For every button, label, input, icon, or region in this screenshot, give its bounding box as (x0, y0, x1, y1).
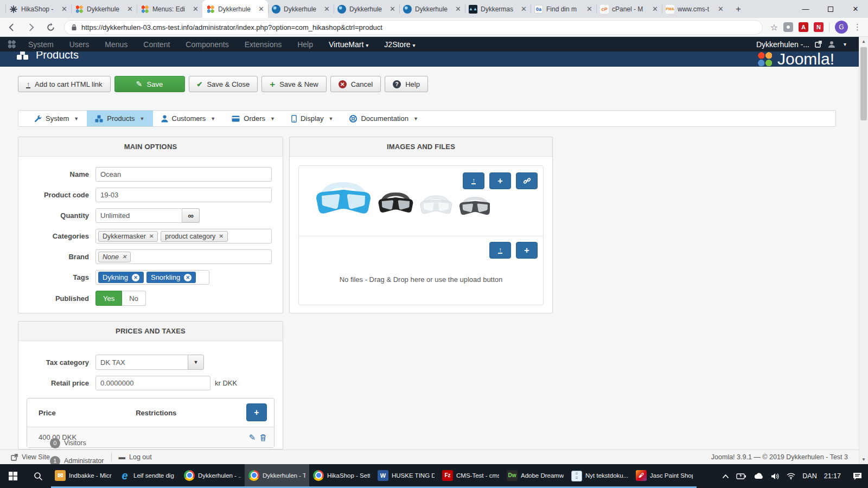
external-link-icon[interactable] (815, 41, 822, 48)
tab-close-icon[interactable]: ✕ (258, 5, 264, 12)
taskbar-app[interactable]: WHUSKE TING DY... (374, 464, 438, 488)
minimize-button[interactable]: — (793, 0, 818, 18)
tab-close-icon[interactable]: ✕ (127, 5, 133, 12)
tax-category-select[interactable]: DK TAX ▼ (95, 355, 204, 370)
maximize-button[interactable] (818, 0, 843, 18)
browser-tab[interactable]: Dykkerhule✕ (202, 0, 268, 18)
add-to-cart-html-link-button[interactable]: ↑Add to cart HTML link (18, 76, 111, 92)
save-button[interactable]: ✎Save (114, 76, 185, 92)
delete-price-icon[interactable] (260, 434, 266, 441)
scrollbar-thumb[interactable] (860, 47, 867, 120)
taskbar-app[interactable]: FzCMS-Test - cms... (438, 464, 503, 488)
edit-price-icon[interactable]: ✎ (248, 433, 256, 442)
scroll-up-arrow[interactable]: ▲ (859, 37, 868, 46)
browser-tab[interactable]: Dykkerhule✕ (71, 0, 137, 18)
name-input[interactable] (95, 167, 272, 182)
quantity-input[interactable] (95, 208, 182, 223)
admin-menu-extensions[interactable]: Extensions (245, 40, 282, 49)
save-close-button[interactable]: ✔Save & Close (189, 76, 258, 92)
image-link-button[interactable] (516, 172, 538, 189)
user-menu-caret-icon[interactable]: ▾ (844, 41, 846, 47)
view-site-link[interactable]: View Site (11, 453, 50, 461)
onenote-extension-icon[interactable]: N (814, 22, 824, 32)
published-no-button[interactable]: No (122, 291, 146, 306)
new-tab-button[interactable]: + (731, 2, 746, 17)
keyboard-language[interactable]: DAN (802, 472, 816, 480)
browser-tab[interactable]: 0aFind din m✕ (531, 0, 596, 18)
remove-category-icon[interactable]: ✕ (149, 233, 154, 239)
help-button[interactable]: ?Help (385, 76, 428, 92)
admin-menu-system[interactable]: System (28, 40, 54, 49)
admin-menu-j2store[interactable]: J2Store▾ (384, 40, 415, 49)
remove-category-icon[interactable]: ✕ (219, 233, 223, 239)
media-dropzone[interactable]: ↑ + ↑ + No files - Drag & Drop here or u… (298, 165, 544, 305)
close-window-button[interactable]: ✕ (843, 0, 868, 18)
image-upload-button[interactable]: ↑ (463, 172, 484, 189)
browser-tab[interactable]: Menus: Edi✕ (137, 0, 202, 18)
taskbar-app[interactable]: HikaShop - Sett... (309, 464, 374, 488)
browser-tab[interactable]: Dykkerhule✕ (334, 0, 399, 18)
volume-icon[interactable] (771, 473, 780, 480)
browser-tab[interactable]: Dykkerhule✕ (268, 0, 334, 18)
onedrive-cloud-icon[interactable] (754, 473, 764, 479)
admin-menu-virtuemart[interactable]: VirtueMart▾ (329, 40, 368, 49)
hikashop-menu-orders[interactable]: Orders▼ (224, 111, 283, 126)
status-visitors[interactable]: 0Visitors (50, 438, 104, 448)
product-code-input[interactable] (95, 188, 272, 202)
admin-menu-menus[interactable]: Menus (105, 40, 127, 49)
brand-field[interactable]: None✕ (95, 249, 272, 264)
select-caret-icon[interactable]: ▼ (188, 355, 204, 370)
clock[interactable]: 21:17 (824, 472, 841, 480)
forward-button[interactable] (23, 19, 39, 35)
taskbar-app[interactable]: DwAdobe Dreamw... (503, 464, 567, 488)
admin-menu-help[interactable]: Help (297, 40, 313, 49)
browser-tab[interactable]: cPcPanel - M✕ (596, 0, 662, 18)
wifi-icon[interactable] (787, 473, 795, 479)
taskbar-app[interactable]: Dykkerhulen - T... (245, 464, 309, 488)
log-out-link[interactable]: ▬ Log out (119, 453, 152, 461)
taskbar-app[interactable]: ✉Indbakke - Micr... (51, 464, 116, 488)
scroll-down-arrow[interactable]: ▼ (859, 455, 868, 464)
tab-close-icon[interactable]: ✕ (718, 5, 724, 12)
reload-button[interactable] (42, 19, 59, 35)
browser-tab[interactable]: ▲▲Dykkermas✕ (465, 0, 531, 18)
browser-tab[interactable]: HikaShop -✕ (5, 0, 71, 18)
site-name-link[interactable]: Dykkerhulen -... (756, 40, 809, 49)
save-new-button[interactable]: +Save & New (261, 76, 326, 92)
browser-tab[interactable]: PMAwww.cms-t✕ (662, 0, 727, 18)
taskbar-app[interactable]: eLeif sendte dig ... (116, 464, 180, 488)
admin-menu-content[interactable]: Content (143, 40, 170, 49)
back-button[interactable] (3, 19, 20, 35)
taskbar-app[interactable]: ≡≡Nyt tekstdoku... (567, 464, 632, 488)
start-button[interactable] (0, 464, 25, 488)
file-add-button[interactable]: + (516, 242, 538, 259)
tab-close-icon[interactable]: ✕ (193, 5, 199, 12)
unlimited-quantity-button[interactable]: ∞ (182, 208, 200, 223)
taskbar-search-button[interactable] (25, 464, 51, 488)
tab-close-icon[interactable]: ✕ (324, 5, 330, 12)
remove-tag-icon[interactable]: ✕ (132, 274, 139, 281)
retail-price-input[interactable] (95, 376, 210, 390)
add-price-button[interactable]: + (246, 403, 267, 421)
admin-menu-components[interactable]: Components (186, 40, 228, 49)
pdf-extension-icon[interactable]: A (799, 22, 808, 32)
page-scrollbar[interactable]: ▲ ▼ (859, 37, 868, 464)
hikashop-menu-system[interactable]: System▼ (26, 111, 87, 126)
action-center-button[interactable] (846, 464, 868, 488)
file-upload-button[interactable]: ↑ (489, 242, 511, 259)
screenshot-extension-icon[interactable] (783, 22, 793, 32)
tab-close-icon[interactable]: ✕ (586, 5, 592, 12)
tab-close-icon[interactable]: ✕ (390, 5, 395, 12)
hikashop-menu-documentation[interactable]: Documentation▼ (341, 111, 426, 126)
tab-close-icon[interactable]: ✕ (652, 5, 658, 12)
user-menu-icon[interactable] (827, 40, 836, 49)
categories-field[interactable]: Dykkermasker✕product category✕ (95, 229, 272, 243)
tags-field[interactable]: Dykning✕Snorkling✕ (95, 270, 209, 285)
browser-tab[interactable]: Dykkerhule✕ (399, 0, 465, 18)
tray-chevron-icon[interactable] (722, 474, 729, 479)
tab-close-icon[interactable]: ✕ (61, 5, 67, 12)
remove-tag-icon[interactable]: ✕ (184, 274, 192, 281)
hikashop-menu-customers[interactable]: Customers▼ (153, 111, 224, 126)
taskbar-app[interactable]: Dykkerhulen - ... (180, 464, 245, 488)
cancel-button[interactable]: ✕Cancel (330, 76, 381, 92)
